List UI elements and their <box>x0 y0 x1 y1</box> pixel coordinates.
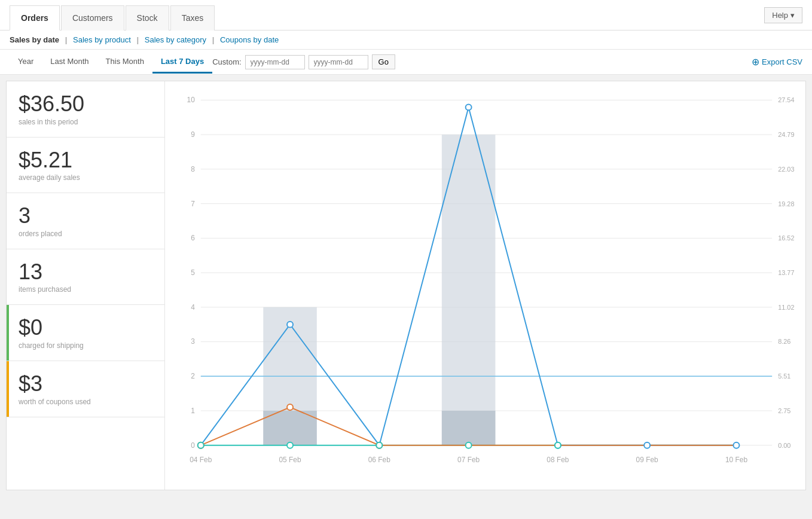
svg-rect-42 <box>442 135 496 445</box>
custom-date-end[interactable] <box>309 55 368 69</box>
stat-coupons: $3 worth of coupons used <box>7 361 164 417</box>
svg-text:1: 1 <box>191 407 195 415</box>
svg-point-59 <box>555 442 561 448</box>
svg-text:5.51: 5.51 <box>778 373 790 380</box>
svg-text:24.79: 24.79 <box>778 131 794 138</box>
svg-point-48 <box>466 104 472 110</box>
sub-navigation: Sales by date | Sales by product | Sales… <box>0 30 812 50</box>
stat-avg-label: average daily sales <box>19 173 152 182</box>
stat-sales-value: $36.50 <box>19 92 152 116</box>
filter-last-month[interactable]: Last Month <box>42 51 97 74</box>
svg-point-46 <box>287 322 293 328</box>
svg-text:4: 4 <box>191 303 195 312</box>
svg-point-53 <box>287 404 293 410</box>
svg-point-57 <box>376 442 382 448</box>
main-tabs: Orders Customers Stock Taxes <box>10 0 216 30</box>
svg-rect-43 <box>442 411 496 445</box>
svg-point-55 <box>198 442 204 448</box>
stat-items: 13 items purchased <box>7 249 164 306</box>
filter-tabs: Year Last Month This Month Last 7 Days <box>10 51 212 74</box>
svg-text:04 Feb: 04 Feb <box>190 456 212 464</box>
help-button[interactable]: Help ▾ <box>764 7 802 23</box>
stat-coupons-value: $3 <box>19 372 152 396</box>
stat-orders-label: orders placed <box>19 230 152 238</box>
svg-text:2: 2 <box>191 372 195 380</box>
stat-items-label: items purchased <box>19 285 152 294</box>
svg-text:5: 5 <box>191 268 195 277</box>
svg-text:22.03: 22.03 <box>778 166 794 173</box>
svg-text:27.54: 27.54 <box>778 96 794 103</box>
tab-stock[interactable]: Stock <box>126 5 169 30</box>
top-bar: Orders Customers Stock Taxes Help ▾ <box>0 0 812 30</box>
chevron-down-icon: ▾ <box>790 11 795 20</box>
stat-sales: $36.50 sales in this period <box>7 81 164 138</box>
plus-circle-icon: ⊕ <box>752 56 759 68</box>
stat-orders-value: 3 <box>19 204 152 228</box>
svg-text:9: 9 <box>191 130 195 139</box>
svg-text:19.28: 19.28 <box>778 200 794 207</box>
svg-text:10 Feb: 10 Feb <box>725 456 748 464</box>
svg-point-56 <box>287 442 293 448</box>
svg-text:07 Feb: 07 Feb <box>457 456 480 464</box>
svg-text:2.75: 2.75 <box>778 407 790 414</box>
svg-text:0: 0 <box>191 441 195 450</box>
svg-text:05 Feb: 05 Feb <box>279 456 301 464</box>
stat-avg-value: $5.21 <box>19 148 152 172</box>
svg-text:8: 8 <box>191 165 195 173</box>
svg-rect-41 <box>263 411 317 445</box>
svg-text:3: 3 <box>191 337 195 346</box>
stat-orders: 3 orders placed <box>7 193 164 249</box>
stat-avg-daily: $5.21 average daily sales <box>7 138 164 194</box>
subnav-link-category[interactable]: Sales by category <box>145 35 206 44</box>
tab-taxes[interactable]: Taxes <box>170 5 215 30</box>
custom-date-start[interactable] <box>245 55 305 69</box>
filter-this-month[interactable]: This Month <box>97 51 152 74</box>
svg-text:06 Feb: 06 Feb <box>368 456 391 464</box>
svg-text:10: 10 <box>187 96 196 104</box>
svg-point-50 <box>644 442 650 448</box>
subnav-current: Sales by date <box>10 35 59 44</box>
stat-items-value: 13 <box>19 260 152 284</box>
svg-point-51 <box>734 442 740 448</box>
svg-text:08 Feb: 08 Feb <box>547 456 569 464</box>
filter-year[interactable]: Year <box>10 51 42 74</box>
stat-shipping-value: $0 <box>19 316 152 340</box>
svg-text:8.26: 8.26 <box>778 338 790 345</box>
subnav-link-coupons[interactable]: Coupons by date <box>220 35 279 44</box>
svg-text:7: 7 <box>191 200 195 208</box>
svg-text:16.52: 16.52 <box>778 234 794 242</box>
custom-label: Custom: <box>212 57 241 66</box>
svg-text:6: 6 <box>191 234 195 242</box>
sales-chart: 0 1 2 3 4 5 6 7 8 9 10 0.00 2.75 5.51 8.… <box>171 87 796 470</box>
svg-text:11.02: 11.02 <box>778 304 794 311</box>
tab-customers[interactable]: Customers <box>61 5 124 30</box>
subnav-link-product[interactable]: Sales by product <box>73 35 131 44</box>
chart-area: 0 1 2 3 4 5 6 7 8 9 10 0.00 2.75 5.51 8.… <box>165 81 805 490</box>
stat-shipping: $0 charged for shipping <box>7 305 164 361</box>
svg-text:0.00: 0.00 <box>778 442 790 449</box>
export-csv-button[interactable]: ⊕ Export CSV <box>752 56 802 68</box>
svg-point-58 <box>466 442 472 448</box>
stat-sales-label: sales in this period <box>19 118 152 126</box>
svg-text:09 Feb: 09 Feb <box>636 456 659 464</box>
filter-bar: Year Last Month This Month Last 7 Days C… <box>0 50 812 75</box>
stats-panel: $36.50 sales in this period $5.21 averag… <box>7 81 165 490</box>
go-button[interactable]: Go <box>372 54 395 69</box>
svg-text:13.77: 13.77 <box>778 269 794 276</box>
main-content: $36.50 sales in this period $5.21 averag… <box>6 81 806 490</box>
tab-orders[interactable]: Orders <box>10 5 60 30</box>
custom-range: Custom: Go <box>212 50 395 74</box>
stat-shipping-label: charged for shipping <box>19 341 152 350</box>
filter-last-7-days[interactable]: Last 7 Days <box>152 51 212 74</box>
stat-coupons-label: worth of coupons used <box>19 398 152 406</box>
